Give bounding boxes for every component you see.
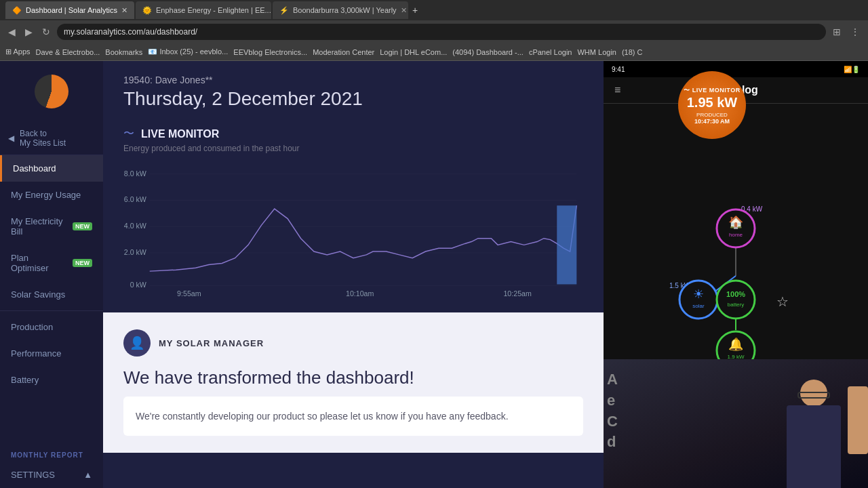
svg-text:10:25am: 10:25am — [503, 289, 532, 298]
chart-wrapper: 8.0 kW 6.0 kW 4.0 kW 2.0 kW 0 kW — [123, 164, 583, 302]
sidebar-item-label: Battery — [11, 375, 39, 385]
settings-section[interactable]: SETTINGS ▲ — [0, 462, 103, 488]
tab-close3[interactable]: ✕ — [401, 6, 407, 15]
bookmarks-bar: ⊞ Apps Dave & Electrobo... Bookmarks 📧 I… — [0, 43, 868, 61]
settings-chevron-icon: ▲ — [83, 470, 92, 480]
sidebar-item-energy-usage[interactable]: My Energy Usage — [0, 182, 103, 208]
browser-tabs: 🔶 Dashboard | Solar Analytics ✕ 🌞 Enphas… — [0, 0, 868, 20]
solar-manager-header: 👤 MY SOLAR MANAGER — [123, 329, 583, 357]
svg-text:🔔: 🔔 — [728, 337, 744, 352]
solar-manager-body: We're constantly developing our product … — [123, 396, 583, 436]
chart-title-row: 〜 LIVE MONITOR — [123, 127, 583, 141]
tab-enphase[interactable]: 🌞 Enphase Energy - Enlighten | EE... ✕ — [136, 1, 271, 19]
svg-text:10:10am: 10:10am — [346, 289, 374, 298]
sidebar-item-label: Plan Optimiser — [11, 253, 67, 273]
menu-button[interactable]: ⋮ — [848, 25, 863, 39]
sidebar-item-performance[interactable]: Performance — [0, 340, 103, 367]
tab-close[interactable]: ✕ — [121, 6, 127, 15]
svg-text:solar: solar — [692, 303, 705, 309]
sidebar-item-label: My Energy Usage — [11, 190, 81, 200]
sidebar-item-electricity-bill[interactable]: My Electricity Bill NEW — [0, 208, 103, 245]
svg-text:☀: ☀ — [693, 287, 704, 301]
sidebar-nav: Dashboard My Energy Usage My Electricity… — [0, 155, 103, 443]
bookmark-login[interactable]: Login | DHL eCom... — [380, 48, 447, 56]
energy-flow-svg: 0.4 kW 🏠 home 1.5 kW ☀ solar 100% batter… — [661, 174, 810, 378]
phone-menu-icon[interactable]: ≡ — [614, 84, 620, 96]
sidebar-logo — [0, 61, 103, 122]
bookmark-whm[interactable]: WHM Login — [577, 48, 616, 56]
url-bar[interactable]: my.solaranalytics.com/au/dashboard/ — [57, 24, 826, 40]
new-tab-button[interactable]: + — [412, 5, 418, 16]
svg-text:🏠: 🏠 — [728, 215, 744, 230]
chart-wave-icon: 〜 — [123, 127, 134, 141]
webcam-section: AeCd — [604, 359, 868, 488]
solar-manager-body-text: We're constantly developing our product … — [136, 411, 509, 422]
monthly-report-section[interactable]: MONTHLY REPORT — [0, 443, 103, 462]
svg-text:2.0 kW: 2.0 kW — [124, 248, 146, 256]
person-silhouette — [780, 380, 848, 488]
sidebar-item-production[interactable]: Production — [0, 314, 103, 340]
new-badge: NEW — [73, 222, 92, 230]
back-to-sites[interactable]: ◀ Back toMy Sites List — [0, 122, 103, 155]
bookmark-dave[interactable]: Dave & Electrobo... — [36, 48, 100, 56]
bookmark-cpanel[interactable]: cPanel Login — [529, 48, 572, 56]
live-badge-time: 10:47:30 AM — [694, 118, 730, 125]
logo-circle — [35, 75, 68, 108]
chart-subtitle: Energy produced and consumed in the past… — [123, 144, 583, 153]
tab-favicon3: ⚡ — [279, 6, 289, 15]
sidebar-divider — [0, 310, 103, 311]
bookmark-bookmarks[interactable]: Bookmarks — [105, 48, 142, 56]
browser-toolbar: ◀ ▶ ↻ my.solaranalytics.com/au/dashboard… — [0, 20, 868, 43]
solar-manager-headline: We have transformed the dashboard! — [123, 367, 583, 388]
svg-text:8.0 kW: 8.0 kW — [124, 169, 146, 178]
phone-time: 9:41 — [612, 66, 625, 73]
sidebar-item-label: My Electricity Bill — [11, 216, 67, 237]
live-badge-title: 〜 LIVE MONITOR — [684, 86, 740, 95]
sidebar-item-solar-savings[interactable]: Solar Savings — [0, 281, 103, 308]
bookmark-inbox[interactable]: 📧 Inbox (25) - eevblo... — [148, 47, 228, 56]
forward-button[interactable]: ▶ — [22, 25, 35, 39]
back-label: Back toMy Sites List — [20, 129, 66, 148]
webcam-content: AeCd — [604, 359, 868, 488]
sidebar-item-plan-optimiser[interactable]: Plan Optimiser NEW — [0, 245, 103, 281]
solar-manager-title: MY SOLAR MANAGER — [159, 338, 264, 348]
phone-status-bar: 9:41 📶🔋 — [604, 61, 868, 77]
live-monitor-chart: 8.0 kW 6.0 kW 4.0 kW 2.0 kW 0 kW — [123, 164, 583, 300]
bookmark-apps[interactable]: ⊞ Apps — [5, 47, 31, 56]
solar-manager-section: 👤 MY SOLAR MANAGER We have transformed t… — [103, 312, 604, 453]
sidebar-item-dashboard[interactable]: Dashboard — [0, 155, 103, 182]
solar-manager-avatar: 👤 — [123, 329, 151, 357]
settings-label: SETTINGS — [11, 470, 55, 480]
tab-boondarburra[interactable]: ⚡ Boondarburra 3,000kW | Yearly ✕ — [273, 1, 408, 19]
extensions-button[interactable]: ⊞ — [830, 25, 844, 39]
bookmark-dashboard[interactable]: (4094) Dashboard -... — [452, 48, 524, 56]
svg-text:home: home — [729, 232, 743, 238]
back-button[interactable]: ◀ — [5, 25, 18, 39]
tab-label2: Enphase Energy - Enlighten | EE... — [156, 6, 271, 14]
svg-text:battery: battery — [728, 302, 744, 308]
bookmark-18c[interactable]: (18) C — [622, 48, 643, 56]
tab-dashboard[interactable]: 🔶 Dashboard | Solar Analytics ✕ — [5, 1, 134, 19]
live-badge-kw: 1.95 kW — [687, 95, 737, 110]
reload-button[interactable]: ↻ — [39, 25, 53, 39]
bookmark-eevblog[interactable]: EEVblog Electronics... — [233, 48, 307, 56]
site-id: 19540: Dave Jones** — [123, 75, 583, 85]
sidebar-item-battery[interactable]: Battery — [0, 367, 103, 393]
phone-icons: 📶🔋 — [844, 66, 860, 73]
live-monitor-badge: 〜 LIVE MONITOR 1.95 kW PRODUCED 10:47:30… — [678, 71, 746, 139]
svg-text:100%: 100% — [726, 290, 745, 298]
tab-label3: Boondarburra 3,000kW | Yearly — [293, 6, 397, 14]
app-container: ◀ Back toMy Sites List Dashboard My Ener… — [0, 61, 604, 488]
tab-favicon: 🔶 — [12, 6, 22, 15]
main-content: 19540: Dave Jones** Thursday, 2 December… — [103, 61, 604, 488]
sidebar-item-label: Production — [11, 322, 53, 332]
sidebar: ◀ Back toMy Sites List Dashboard My Ener… — [0, 61, 103, 488]
svg-text:6.0 kW: 6.0 kW — [124, 195, 146, 203]
hand — [848, 386, 868, 454]
bookmark-moderation[interactable]: Moderation Center — [313, 48, 374, 56]
main-date: Thursday, 2 December 2021 — [123, 88, 583, 110]
sidebar-item-label: Solar Savings — [11, 289, 65, 300]
chart-title: LIVE MONITOR — [141, 128, 219, 140]
chart-section: 〜 LIVE MONITOR Energy produced and consu… — [103, 117, 604, 312]
svg-text:0 kW: 0 kW — [130, 281, 146, 289]
